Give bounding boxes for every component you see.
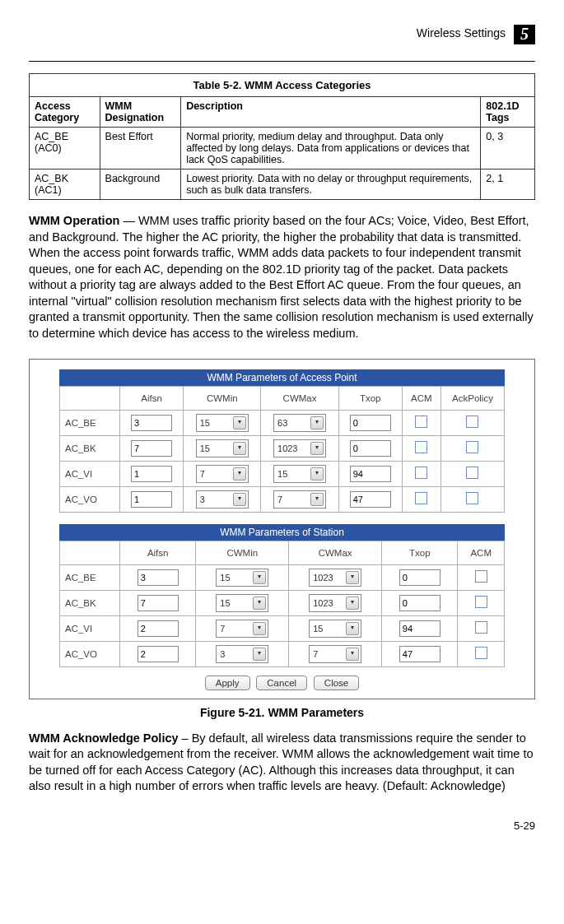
acm-checkbox[interactable] xyxy=(415,492,427,504)
cell: 0, 3 xyxy=(481,128,535,169)
table-row: AC_BE15▾1023▾ xyxy=(60,564,505,590)
body-text: — WMM uses traffic priority based on the… xyxy=(29,214,534,340)
cwmin-select[interactable]: 3▾ xyxy=(216,645,268,663)
table-row: AC_VI7▾15▾ xyxy=(60,461,505,486)
ackpolicy-checkbox[interactable] xyxy=(466,416,478,428)
close-button[interactable]: Close xyxy=(314,676,359,690)
aifsn-input[interactable] xyxy=(131,466,172,482)
aifsn-input[interactable] xyxy=(138,569,179,586)
table-row: AC_VO3▾7▾ xyxy=(60,486,505,512)
col-tags: 802.1D Tags xyxy=(481,97,535,128)
table-row: AC_BK15▾1023▾ xyxy=(60,435,505,461)
txop-input[interactable] xyxy=(350,415,391,431)
cwmax-select[interactable]: 15▾ xyxy=(309,620,361,638)
cell: 2, 1 xyxy=(481,169,535,200)
access-categories-table: Table 5-2. WMM Access Categories Access … xyxy=(29,73,535,200)
txop-input[interactable] xyxy=(350,440,391,457)
cell: Normal priority, medium delay and throug… xyxy=(181,128,481,169)
lead-label: WMM Acknowledge Policy xyxy=(29,731,179,745)
wmm-ack-policy-paragraph: WMM Acknowledge Policy – By default, all… xyxy=(29,731,535,795)
acm-checkbox[interactable] xyxy=(475,647,487,659)
col-cwmin: CWMin xyxy=(184,386,261,410)
aifsn-input[interactable] xyxy=(131,415,172,431)
chevron-down-icon: ▾ xyxy=(310,442,324,455)
cancel-button[interactable]: Cancel xyxy=(256,676,307,690)
txop-input[interactable] xyxy=(399,620,440,637)
table-row: AC_BK15▾1023▾ xyxy=(60,590,505,615)
txop-input[interactable] xyxy=(350,491,391,508)
txop-input[interactable] xyxy=(399,595,440,611)
chevron-down-icon: ▾ xyxy=(310,416,324,429)
chevron-down-icon: ▾ xyxy=(233,493,246,506)
chevron-down-icon: ▾ xyxy=(346,622,359,635)
txop-input[interactable] xyxy=(399,569,440,586)
cwmin-select[interactable]: 3▾ xyxy=(196,490,249,508)
col-acm: ACM xyxy=(402,386,440,410)
cwmax-select[interactable]: 7▾ xyxy=(309,645,361,663)
table-title: Table 5-2. WMM Access Categories xyxy=(30,74,535,97)
cwmax-select[interactable]: 7▾ xyxy=(273,490,326,508)
col-cwmax: CWMax xyxy=(289,541,382,564)
aifsn-input[interactable] xyxy=(138,595,179,611)
table-row: AC_BE15▾63▾ xyxy=(60,410,505,435)
col-aifsn: Aifsn xyxy=(120,386,184,410)
row-label: AC_VO xyxy=(60,486,120,512)
cwmin-select[interactable]: 7▾ xyxy=(196,465,249,483)
acm-checkbox[interactable] xyxy=(415,416,427,428)
acm-checkbox[interactable] xyxy=(475,621,487,634)
cwmax-select[interactable]: 15▾ xyxy=(273,465,326,483)
cwmin-select[interactable]: 15▾ xyxy=(216,569,268,587)
chevron-down-icon: ▾ xyxy=(253,648,266,661)
cell: Background xyxy=(100,169,181,200)
row-label: AC_BK xyxy=(60,435,120,461)
header-title: Wireless Settings xyxy=(417,25,506,39)
cwmax-select[interactable]: 1023▾ xyxy=(309,594,361,612)
row-label: AC_BE xyxy=(60,564,120,590)
chevron-down-icon: ▾ xyxy=(310,467,324,481)
row-label: AC_VI xyxy=(60,461,120,486)
row-label: AC_BK xyxy=(60,590,120,615)
chapter-badge: 5 xyxy=(514,25,535,44)
table-row: AC_BE (AC0) Best Effort Normal priority,… xyxy=(30,128,535,169)
cwmin-select[interactable]: 15▾ xyxy=(196,439,249,457)
cell: Lowest priority. Data with no delay or t… xyxy=(181,169,481,200)
chevron-down-icon: ▾ xyxy=(346,648,359,661)
row-label: AC_BE xyxy=(60,410,120,435)
aifsn-input[interactable] xyxy=(138,620,179,637)
chevron-down-icon: ▾ xyxy=(346,597,359,610)
ap-panel-title: WMM Parameters of Access Point xyxy=(59,369,505,386)
cwmin-select[interactable]: 15▾ xyxy=(216,594,268,612)
cwmax-select[interactable]: 1023▾ xyxy=(309,569,361,587)
chevron-down-icon: ▾ xyxy=(310,493,324,506)
ackpolicy-checkbox[interactable] xyxy=(466,441,478,453)
cwmin-select[interactable]: 7▾ xyxy=(216,620,268,638)
figure-wmm-parameters: WMM Parameters of Access Point Aifsn CWM… xyxy=(29,359,535,699)
station-panel-title: WMM Parameters of Station xyxy=(59,524,505,541)
ackpolicy-checkbox[interactable] xyxy=(466,492,478,504)
header-divider xyxy=(29,61,535,62)
txop-input[interactable] xyxy=(399,646,440,662)
apply-button[interactable]: Apply xyxy=(205,676,250,690)
chevron-down-icon: ▾ xyxy=(233,442,246,455)
acm-checkbox[interactable] xyxy=(475,570,487,583)
row-label: AC_VI xyxy=(60,615,120,641)
page-number: 5-29 xyxy=(29,820,535,832)
wmm-operation-paragraph: WMM Operation — WMM uses traffic priorit… xyxy=(29,213,535,342)
chevron-down-icon: ▾ xyxy=(346,571,359,584)
cwmax-select[interactable]: 1023▾ xyxy=(273,439,326,457)
aifsn-input[interactable] xyxy=(138,646,179,662)
aifsn-input[interactable] xyxy=(131,491,172,508)
aifsn-input[interactable] xyxy=(131,440,172,457)
cwmax-select[interactable]: 63▾ xyxy=(273,414,326,432)
cell: AC_BE (AC0) xyxy=(30,128,100,169)
table-row: AC_VI7▾15▾ xyxy=(60,615,505,641)
txop-input[interactable] xyxy=(350,466,391,482)
ackpolicy-checkbox[interactable] xyxy=(466,467,478,479)
col-txop: Txop xyxy=(382,541,458,564)
acm-checkbox[interactable] xyxy=(415,467,427,479)
station-params-table: Aifsn CWMin CWMax Txop ACM AC_BE15▾1023▾… xyxy=(59,541,505,667)
acm-checkbox[interactable] xyxy=(415,441,427,453)
col-ackpolicy: AckPolicy xyxy=(440,386,504,410)
acm-checkbox[interactable] xyxy=(475,596,487,608)
cwmin-select[interactable]: 15▾ xyxy=(196,414,249,432)
